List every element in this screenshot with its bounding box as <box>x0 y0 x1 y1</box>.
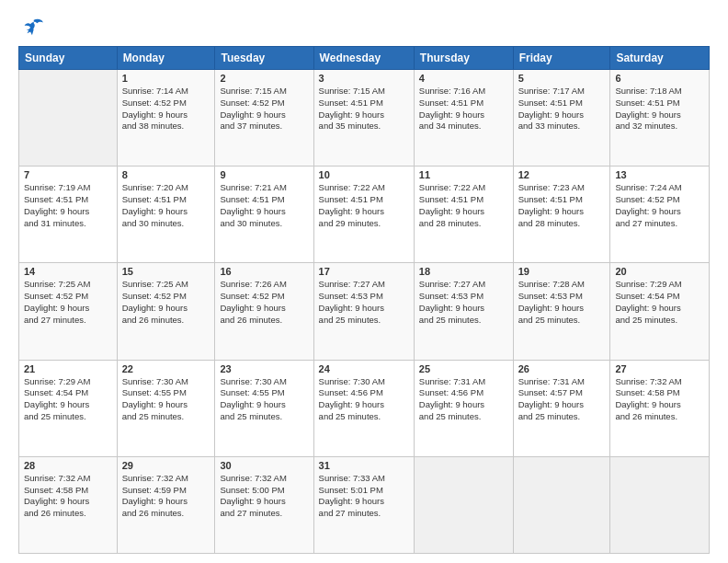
cell-content: Sunrise: 7:26 AM Sunset: 4:52 PM Dayligh… <box>220 279 308 326</box>
calendar-cell: 16Sunrise: 7:26 AM Sunset: 4:52 PM Dayli… <box>215 263 313 360</box>
cell-content: Sunrise: 7:19 AM Sunset: 4:51 PM Dayligh… <box>24 182 112 229</box>
calendar-cell: 5Sunrise: 7:17 AM Sunset: 4:51 PM Daylig… <box>513 70 610 167</box>
week-row-1: 7Sunrise: 7:19 AM Sunset: 4:51 PM Daylig… <box>19 167 710 263</box>
calendar-cell: 10Sunrise: 7:22 AM Sunset: 4:51 PM Dayli… <box>313 167 414 263</box>
calendar-table: SundayMondayTuesdayWednesdayThursdayFrid… <box>18 46 710 554</box>
cell-content: Sunrise: 7:30 AM Sunset: 4:55 PM Dayligh… <box>122 376 210 423</box>
day-number: 27 <box>615 363 704 374</box>
calendar-cell: 21Sunrise: 7:29 AM Sunset: 4:54 PM Dayli… <box>19 360 118 456</box>
header-day-monday: Monday <box>117 47 215 70</box>
calendar-cell: 7Sunrise: 7:19 AM Sunset: 4:51 PM Daylig… <box>19 167 118 263</box>
calendar-cell: 24Sunrise: 7:30 AM Sunset: 4:56 PM Dayli… <box>313 360 414 456</box>
cell-content: Sunrise: 7:30 AM Sunset: 4:55 PM Dayligh… <box>220 376 308 423</box>
day-number: 22 <box>122 363 210 374</box>
day-number: 13 <box>615 169 704 180</box>
cell-content: Sunrise: 7:20 AM Sunset: 4:51 PM Dayligh… <box>122 182 210 229</box>
day-number: 25 <box>419 363 508 374</box>
cell-content: Sunrise: 7:21 AM Sunset: 4:51 PM Dayligh… <box>220 182 308 229</box>
header-day-sunday: Sunday <box>19 47 118 70</box>
calendar-cell: 15Sunrise: 7:25 AM Sunset: 4:52 PM Dayli… <box>117 263 215 360</box>
day-number: 18 <box>419 266 508 277</box>
cell-content: Sunrise: 7:23 AM Sunset: 4:51 PM Dayligh… <box>518 182 606 229</box>
week-row-2: 14Sunrise: 7:25 AM Sunset: 4:52 PM Dayli… <box>19 263 710 360</box>
day-number: 7 <box>24 169 112 180</box>
calendar-cell <box>414 456 513 553</box>
calendar-cell: 25Sunrise: 7:31 AM Sunset: 4:56 PM Dayli… <box>414 360 513 456</box>
cell-content: Sunrise: 7:31 AM Sunset: 4:57 PM Dayligh… <box>518 376 606 423</box>
cell-content: Sunrise: 7:22 AM Sunset: 4:51 PM Dayligh… <box>319 182 409 229</box>
cell-content: Sunrise: 7:25 AM Sunset: 4:52 PM Dayligh… <box>122 279 210 326</box>
calendar-cell: 18Sunrise: 7:27 AM Sunset: 4:53 PM Dayli… <box>414 263 513 360</box>
calendar-cell: 6Sunrise: 7:18 AM Sunset: 4:51 PM Daylig… <box>610 70 710 167</box>
day-number: 24 <box>319 363 409 374</box>
calendar-cell: 30Sunrise: 7:32 AM Sunset: 5:00 PM Dayli… <box>215 456 313 553</box>
day-number: 16 <box>220 266 308 277</box>
day-number: 4 <box>419 73 508 84</box>
header-day-wednesday: Wednesday <box>313 47 414 70</box>
cell-content: Sunrise: 7:28 AM Sunset: 4:53 PM Dayligh… <box>518 279 606 326</box>
day-number: 9 <box>220 169 308 180</box>
day-number: 29 <box>122 460 210 471</box>
day-number: 23 <box>220 363 308 374</box>
calendar-cell: 19Sunrise: 7:28 AM Sunset: 4:53 PM Dayli… <box>513 263 610 360</box>
cell-content: Sunrise: 7:32 AM Sunset: 5:00 PM Dayligh… <box>220 473 308 520</box>
calendar-cell: 4Sunrise: 7:16 AM Sunset: 4:51 PM Daylig… <box>414 70 513 167</box>
calendar-body: 1Sunrise: 7:14 AM Sunset: 4:52 PM Daylig… <box>19 70 710 554</box>
week-row-0: 1Sunrise: 7:14 AM Sunset: 4:52 PM Daylig… <box>19 70 710 167</box>
day-number: 6 <box>615 73 704 84</box>
cell-content: Sunrise: 7:24 AM Sunset: 4:52 PM Dayligh… <box>615 182 704 229</box>
day-number: 26 <box>518 363 606 374</box>
calendar-cell: 8Sunrise: 7:20 AM Sunset: 4:51 PM Daylig… <box>117 167 215 263</box>
calendar-cell: 12Sunrise: 7:23 AM Sunset: 4:51 PM Dayli… <box>513 167 610 263</box>
calendar-cell: 17Sunrise: 7:27 AM Sunset: 4:53 PM Dayli… <box>313 263 414 360</box>
day-number: 2 <box>220 73 308 84</box>
week-row-4: 28Sunrise: 7:32 AM Sunset: 4:58 PM Dayli… <box>19 456 710 553</box>
week-row-3: 21Sunrise: 7:29 AM Sunset: 4:54 PM Dayli… <box>19 360 710 456</box>
calendar-cell: 23Sunrise: 7:30 AM Sunset: 4:55 PM Dayli… <box>215 360 313 456</box>
day-number: 20 <box>615 266 704 277</box>
cell-content: Sunrise: 7:29 AM Sunset: 4:54 PM Dayligh… <box>615 279 704 326</box>
calendar-cell: 1Sunrise: 7:14 AM Sunset: 4:52 PM Daylig… <box>117 70 215 167</box>
calendar-cell: 13Sunrise: 7:24 AM Sunset: 4:52 PM Dayli… <box>610 167 710 263</box>
cell-content: Sunrise: 7:15 AM Sunset: 4:51 PM Dayligh… <box>319 86 409 132</box>
header-day-saturday: Saturday <box>610 47 710 70</box>
page: SundayMondayTuesdayWednesdayThursdayFrid… <box>0 0 728 563</box>
day-number: 12 <box>518 169 606 180</box>
day-number: 19 <box>518 266 606 277</box>
cell-content: Sunrise: 7:22 AM Sunset: 4:51 PM Dayligh… <box>419 182 508 229</box>
calendar-cell: 20Sunrise: 7:29 AM Sunset: 4:54 PM Dayli… <box>610 263 710 360</box>
calendar-cell: 29Sunrise: 7:32 AM Sunset: 4:59 PM Dayli… <box>117 456 215 553</box>
calendar-cell: 3Sunrise: 7:15 AM Sunset: 4:51 PM Daylig… <box>313 70 414 167</box>
cell-content: Sunrise: 7:15 AM Sunset: 4:52 PM Dayligh… <box>220 86 308 132</box>
day-number: 3 <box>319 73 409 84</box>
calendar-cell: 11Sunrise: 7:22 AM Sunset: 4:51 PM Dayli… <box>414 167 513 263</box>
day-number: 1 <box>122 73 210 84</box>
cell-content: Sunrise: 7:27 AM Sunset: 4:53 PM Dayligh… <box>419 279 508 326</box>
header-day-thursday: Thursday <box>414 47 513 70</box>
cell-content: Sunrise: 7:18 AM Sunset: 4:51 PM Dayligh… <box>615 86 704 132</box>
cell-content: Sunrise: 7:31 AM Sunset: 4:56 PM Dayligh… <box>419 376 508 423</box>
day-number: 5 <box>518 73 606 84</box>
cell-content: Sunrise: 7:14 AM Sunset: 4:52 PM Dayligh… <box>122 86 210 132</box>
day-number: 31 <box>319 460 409 471</box>
cell-content: Sunrise: 7:29 AM Sunset: 4:54 PM Dayligh… <box>24 376 112 423</box>
day-number: 8 <box>122 169 210 180</box>
calendar-cell <box>610 456 710 553</box>
cell-content: Sunrise: 7:16 AM Sunset: 4:51 PM Dayligh… <box>419 86 508 132</box>
calendar-cell: 28Sunrise: 7:32 AM Sunset: 4:58 PM Dayli… <box>19 456 118 553</box>
cell-content: Sunrise: 7:27 AM Sunset: 4:53 PM Dayligh… <box>319 279 409 326</box>
calendar-cell: 31Sunrise: 7:33 AM Sunset: 5:01 PM Dayli… <box>313 456 414 553</box>
calendar-cell: 26Sunrise: 7:31 AM Sunset: 4:57 PM Dayli… <box>513 360 610 456</box>
calendar-cell: 9Sunrise: 7:21 AM Sunset: 4:51 PM Daylig… <box>215 167 313 263</box>
day-number: 15 <box>122 266 210 277</box>
calendar-cell <box>19 70 118 167</box>
day-number: 17 <box>319 266 409 277</box>
day-number: 11 <box>419 169 508 180</box>
header <box>18 17 710 37</box>
calendar-cell: 22Sunrise: 7:30 AM Sunset: 4:55 PM Dayli… <box>117 360 215 456</box>
cell-content: Sunrise: 7:32 AM Sunset: 4:58 PM Dayligh… <box>615 376 704 423</box>
calendar-cell <box>513 456 610 553</box>
day-number: 10 <box>319 169 409 180</box>
logo <box>18 17 48 37</box>
cell-content: Sunrise: 7:17 AM Sunset: 4:51 PM Dayligh… <box>518 86 606 132</box>
